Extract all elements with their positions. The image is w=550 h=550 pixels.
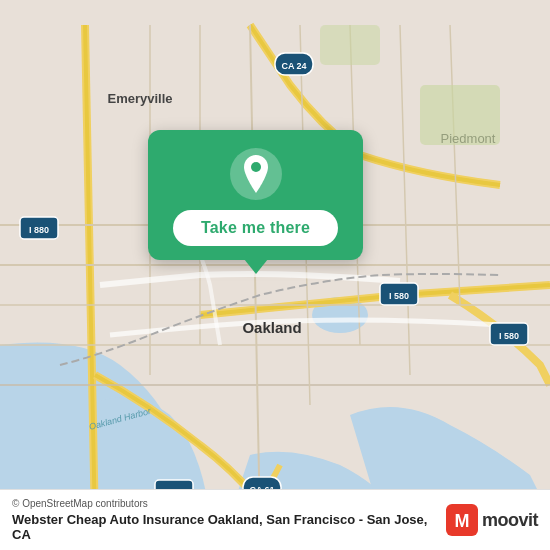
moovit-text: moovit [482, 510, 538, 531]
take-me-there-button[interactable]: Take me there [173, 210, 338, 246]
svg-text:CA 24: CA 24 [281, 61, 306, 71]
svg-text:I 580: I 580 [389, 291, 409, 301]
svg-text:M: M [454, 511, 469, 531]
svg-text:I 880: I 880 [29, 225, 49, 235]
svg-rect-31 [320, 25, 380, 65]
svg-text:Emeryville: Emeryville [107, 91, 172, 106]
map-container: I 880 I 880 I 580 I 580 CA 24 CA 61 Emer… [0, 0, 550, 550]
bottom-left-info: © OpenStreetMap contributors Webster Che… [12, 498, 438, 542]
svg-point-32 [251, 162, 261, 172]
location-pin-icon [230, 148, 282, 200]
moovit-logo: M moovit [446, 504, 538, 536]
svg-text:I 580: I 580 [499, 331, 519, 341]
popup-card: Take me there [148, 130, 363, 260]
svg-text:Oakland: Oakland [242, 319, 301, 336]
bottom-bar: © OpenStreetMap contributors Webster Che… [0, 489, 550, 550]
svg-rect-30 [420, 85, 500, 145]
map-background: I 880 I 880 I 580 I 580 CA 24 CA 61 Emer… [0, 0, 550, 550]
location-name: Webster Cheap Auto Insurance Oakland, Sa… [12, 512, 438, 542]
moovit-icon: M [446, 504, 478, 536]
osm-attribution: © OpenStreetMap contributors [12, 498, 438, 509]
